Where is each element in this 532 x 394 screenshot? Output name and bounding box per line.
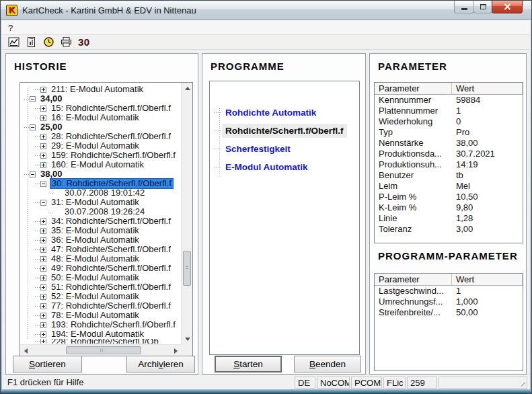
table-row[interactable]: Lastgeschwind...1: [375, 286, 523, 297]
tree-item[interactable]: 34,00: [22, 94, 181, 104]
expand-plus-icon[interactable]: [40, 219, 46, 225]
table-row[interactable]: K-Leim %9,80: [375, 202, 523, 213]
expand-plus-icon[interactable]: [40, 115, 46, 121]
close-button[interactable]: [492, 1, 523, 13]
tree-item[interactable]: 30.07.2008 19:26:24: [22, 207, 181, 216]
expand-plus-icon[interactable]: [40, 247, 46, 253]
tree-item[interactable]: 35: E-Modul Automatik: [22, 226, 181, 235]
expand-plus-icon[interactable]: [40, 294, 46, 300]
expand-plus-icon[interactable]: [40, 162, 46, 168]
tree-item[interactable]: 160: E-Modul Automatik: [22, 160, 181, 169]
table-row[interactable]: Plattennummer1: [375, 106, 523, 116]
table-row[interactable]: Streifenbreite/...50,00: [375, 307, 523, 318]
tree-item[interactable]: 31: E-Modul Automatik: [22, 198, 181, 207]
program-item[interactable]: E-Modul Automatik: [210, 158, 359, 176]
scroll-down-button[interactable]: [182, 333, 193, 344]
table-row[interactable]: Produktionsuh...14:19: [375, 159, 523, 170]
sortieren-button[interactable]: Sortieren: [13, 356, 82, 372]
tree-horizontal-scrollbar[interactable]: [20, 344, 181, 356]
starten-button[interactable]: Starten: [215, 356, 282, 372]
program-item[interactable]: Rohdichte Automatik: [210, 104, 359, 122]
tree-vertical-scrollbar[interactable]: [181, 83, 192, 344]
tree-item[interactable]: 51: Rohdichte/Scherfl.f/Oberfl.f: [22, 282, 181, 292]
column-header[interactable]: Parameter: [375, 83, 452, 94]
table-row[interactable]: Linie1,28: [375, 213, 523, 224]
collapse-minus-icon[interactable]: [30, 96, 36, 102]
line-chart-icon[interactable]: [8, 36, 20, 48]
collapse-minus-icon[interactable]: [40, 181, 46, 187]
tree-item[interactable]: 228: Rohdichte/Scherfl.f/Ob: [22, 339, 181, 344]
tree-item[interactable]: 34: Rohdichte/Scherfl.f/Oberfl.f: [22, 216, 181, 226]
tree-item[interactable]: 28: Rohdichte/Scherfl.f/Oberfl.f: [22, 132, 181, 141]
tree-item[interactable]: 193: Rohdichte/Scherfl.f/Oberfl.f: [22, 320, 181, 329]
table-row[interactable]: Benutzertb: [375, 170, 523, 181]
tree-item[interactable]: 36: E-Modul Automatik: [22, 235, 181, 245]
expand-plus-icon[interactable]: [40, 134, 46, 140]
table-row[interactable]: Produktionsda...30.7.2021: [375, 149, 523, 159]
expand-plus-icon[interactable]: [40, 339, 46, 344]
menu-item-help[interactable]: ?: [2, 23, 19, 33]
expand-plus-icon[interactable]: [40, 313, 46, 319]
tree-item[interactable]: 15: Rohdichte/Scherfl.f/Oberfl.f: [22, 104, 181, 113]
collapse-minus-icon[interactable]: [30, 171, 36, 178]
expand-plus-icon[interactable]: [40, 87, 46, 93]
expand-plus-icon[interactable]: [40, 143, 46, 149]
resize-grip-icon[interactable]: [517, 379, 525, 387]
expand-plus-icon[interactable]: [40, 237, 46, 243]
tree-item[interactable]: 77: Rohdichte/Scherfl.f/Oberfl.f: [22, 301, 181, 311]
expand-plus-icon[interactable]: [40, 322, 46, 328]
scroll-left-button[interactable]: [20, 345, 31, 356]
column-header[interactable]: Parameter: [375, 274, 452, 285]
tree-item[interactable]: 16: E-Modul Automatik: [22, 113, 181, 122]
tree-item[interactable]: 25,00: [22, 122, 181, 132]
table-row[interactable]: Nennstärke38,00: [375, 138, 523, 149]
tree-item[interactable]: 211: E-Modul Automatik: [22, 85, 181, 94]
program-item[interactable]: Rohdichte/Scherfl.f/Oberfl.f: [210, 122, 359, 140]
printer-icon[interactable]: [61, 36, 72, 48]
scroll-up-button[interactable]: [182, 83, 193, 93]
expand-plus-icon[interactable]: [40, 106, 46, 112]
beenden-button[interactable]: Beenden: [294, 356, 361, 372]
tree-item[interactable]: 48: E-Modul Automatik: [22, 254, 181, 264]
expand-plus-icon[interactable]: [40, 284, 46, 290]
column-header[interactable]: Wert: [452, 83, 523, 94]
expand-plus-icon[interactable]: [40, 331, 46, 338]
report-icon[interactable]: [26, 36, 37, 48]
maximize-button[interactable]: [473, 1, 492, 13]
tree-item[interactable]: 50: E-Modul Automatik: [22, 273, 181, 282]
archivieren-button[interactable]: Archivieren: [126, 356, 195, 372]
vertical-scroll-thumb[interactable]: [183, 251, 191, 286]
expand-plus-icon[interactable]: [40, 153, 46, 159]
table-row[interactable]: TypPro: [375, 127, 523, 138]
column-header[interactable]: Wert: [452, 274, 523, 285]
expand-plus-icon[interactable]: [40, 228, 46, 234]
minimize-button[interactable]: [454, 1, 474, 13]
expand-plus-icon[interactable]: [40, 303, 46, 309]
table-row[interactable]: Wiederholung0: [375, 116, 523, 127]
title-bar[interactable]: K KartCheck - Kartini GmbH & EDV in Nitt…: [1, 1, 531, 20]
horizontal-scroll-thumb[interactable]: [66, 346, 141, 354]
tree-item[interactable]: 78: E-Modul Automatik: [22, 311, 181, 320]
expand-plus-icon[interactable]: [40, 256, 46, 262]
tree-item[interactable]: 159: Rohdichte/Scherfl.f/Oberfl.f: [22, 151, 181, 160]
expand-plus-icon[interactable]: [40, 266, 46, 272]
tree-item[interactable]: 38,00: [22, 169, 181, 179]
tree-item[interactable]: 29: E-Modul Automatik: [22, 141, 181, 151]
table-row[interactable]: Kennnummer59884: [375, 95, 523, 106]
tree-item[interactable]: 194: E-Modul Automatik: [22, 329, 181, 339]
collapse-minus-icon[interactable]: [40, 200, 46, 206]
tree-item[interactable]: 30: Rohdichte/Scherfl.f/Oberfl.f: [22, 179, 181, 188]
expand-plus-icon[interactable]: [40, 275, 46, 281]
table-row[interactable]: Umrechnungsf...1,000: [375, 297, 523, 307]
table-row[interactable]: Toleranz3,00: [375, 224, 523, 235]
collapse-minus-icon[interactable]: [30, 124, 36, 130]
program-item[interactable]: Scherfestigkeit: [210, 140, 359, 158]
scroll-right-button[interactable]: [170, 345, 181, 356]
clock-icon[interactable]: [43, 36, 54, 48]
table-row[interactable]: LeimMel: [375, 181, 523, 192]
table-row[interactable]: P-Leim %10,50: [375, 192, 523, 202]
tree-item[interactable]: 47: Rohdichte/Scherfl.f/Oberfl.f: [22, 245, 181, 254]
tree-item[interactable]: 30.07.2008 19:01:42: [22, 188, 181, 198]
tree-item[interactable]: 52: E-Modul Automatik: [22, 292, 181, 301]
tree-item[interactable]: 49: Rohdichte/Scherfl.f/Oberfl.f: [22, 264, 181, 273]
